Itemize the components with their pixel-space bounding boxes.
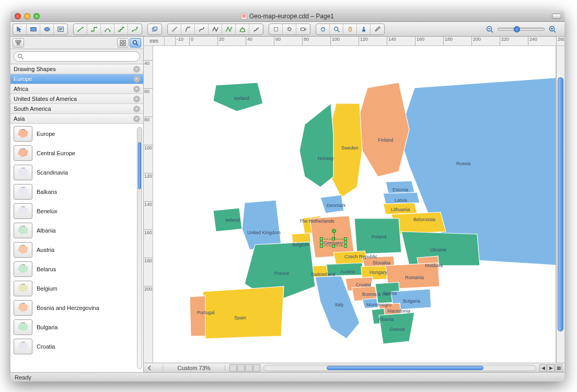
pointer-tool[interactable] (13, 24, 27, 34)
category-drawing-shapes[interactable]: Drawing Shapes× (10, 64, 143, 74)
category-close-icon[interactable]: × (133, 96, 140, 102)
category-europe[interactable]: Europe× (10, 74, 143, 84)
clone-tool[interactable] (148, 24, 161, 34)
sidebar-scroll-thumb[interactable] (138, 142, 141, 189)
shape-search-box[interactable] (14, 51, 140, 62)
vertical-scrollbar[interactable] (556, 46, 564, 363)
page-tab-1[interactable] (229, 364, 237, 372)
shape-bosnia-and-herzegovina[interactable]: Bosnia and Herzegovina (10, 298, 136, 317)
category-south-america[interactable]: South America× (10, 104, 143, 114)
selection-handle[interactable] (332, 245, 335, 248)
connector-line-tool[interactable] (74, 24, 87, 34)
canvas[interactable]: IcelandNorwaySwedenFinlandRussiaEstoniaL… (153, 46, 556, 363)
text-tool[interactable] (54, 24, 67, 34)
collapse-icon[interactable] (146, 364, 153, 372)
horizontal-scrollbar[interactable] (263, 365, 536, 371)
country-montenegro[interactable] (362, 298, 378, 308)
country-poland[interactable] (354, 218, 401, 254)
page-tab-2[interactable] (237, 364, 245, 372)
hscroll-thumb[interactable] (327, 366, 483, 370)
rotation-handle[interactable] (332, 229, 336, 233)
country-ukraine[interactable] (401, 232, 480, 266)
connector-free-tool[interactable] (128, 24, 142, 34)
country-estonia[interactable] (386, 181, 414, 193)
connector-multi-tool[interactable] (114, 24, 128, 34)
shape-austria[interactable]: Austria (10, 240, 136, 259)
ruler-horizontal[interactable]: -10020406080100120140160180200220240260 (165, 37, 564, 45)
arc-tool[interactable] (181, 24, 195, 34)
eyedropper-tool[interactable] (371, 24, 384, 34)
country-denmark[interactable] (320, 195, 344, 213)
line-tool[interactable] (168, 24, 181, 34)
connector-smart-tool[interactable] (87, 24, 101, 34)
zoom-in-icon[interactable] (548, 25, 557, 34)
rotate-tool[interactable] (283, 24, 296, 34)
shape-europe[interactable]: Europe (10, 124, 136, 143)
shape-balkans[interactable]: Balkans (10, 182, 136, 201)
selection-handle[interactable] (320, 245, 323, 248)
shape-croatia[interactable]: Croatia (10, 337, 136, 356)
connector-arc-tool[interactable] (101, 24, 114, 34)
zoom-tool[interactable] (330, 24, 343, 34)
pan-crop-tool[interactable] (296, 24, 310, 34)
country-austria[interactable] (326, 263, 363, 276)
titlebar[interactable]: Geo-map-europe.cdd – Page1 (10, 10, 564, 22)
selection-handle[interactable] (344, 241, 347, 244)
zoom-out-icon[interactable] (485, 25, 494, 34)
sidebar-tab-grid[interactable] (117, 38, 129, 48)
country-united-kingdom[interactable] (242, 200, 281, 250)
refresh-tool[interactable] (316, 24, 330, 34)
selection-handle[interactable] (344, 237, 347, 240)
polyline-tool[interactable] (209, 24, 222, 34)
sidebar-tab-tree[interactable] (13, 38, 24, 48)
category-africa[interactable]: Africa× (10, 84, 143, 94)
country-iceland[interactable] (213, 83, 263, 111)
shape-bulgaria[interactable]: Bulgaria (10, 317, 136, 337)
ellipse-tool[interactable] (40, 24, 54, 34)
zoom-track[interactable] (498, 28, 545, 31)
page-tab-3[interactable] (245, 364, 252, 372)
country-finland[interactable] (360, 83, 409, 177)
page-layout-button[interactable]: ▦ (555, 364, 562, 372)
ruler-vertical[interactable]: 406080100120140160180200 (144, 46, 153, 363)
shape-scandinavia[interactable]: Scandinavia (10, 163, 136, 182)
sidebar-scrollbar[interactable] (137, 127, 142, 369)
patient-tool[interactable] (357, 24, 371, 34)
category-close-icon[interactable]: × (133, 66, 140, 73)
rect-tool[interactable] (27, 24, 40, 34)
europe-map[interactable] (153, 46, 556, 363)
page-next-button[interactable]: ▶ (547, 364, 555, 372)
category-asia[interactable]: Asia× (10, 114, 143, 124)
zoom-display[interactable]: Custom 73% (163, 365, 225, 371)
country-greece[interactable] (379, 313, 414, 344)
page-tab-4[interactable] (253, 364, 260, 372)
curve-tool[interactable] (195, 24, 209, 34)
category-close-icon[interactable]: × (133, 116, 140, 122)
country-latvia[interactable] (383, 192, 420, 204)
hand-tool[interactable] (343, 24, 357, 34)
zoom-thumb[interactable] (514, 26, 520, 32)
shape-central-europe[interactable]: Central Europe (10, 143, 136, 163)
country-lithuania[interactable] (383, 203, 417, 214)
closed-curve-tool[interactable] (236, 24, 249, 34)
country-portugal[interactable] (190, 296, 205, 336)
shape-search-input[interactable] (24, 53, 136, 60)
shape-albania[interactable]: Albania (10, 221, 136, 240)
sidebar-tab-search[interactable] (130, 38, 141, 48)
country-spain[interactable] (203, 286, 284, 339)
free-line-tool[interactable] (249, 24, 263, 34)
polygon-tool[interactable] (222, 24, 236, 34)
country-germany[interactable] (310, 216, 354, 258)
category-close-icon[interactable]: × (133, 106, 140, 112)
selection-handle[interactable] (332, 237, 335, 240)
country-ireland[interactable] (213, 208, 242, 232)
shape-belgium[interactable]: Belgium (10, 279, 136, 298)
crop-tool[interactable] (269, 24, 283, 34)
country-norway[interactable] (299, 103, 333, 187)
selection-handle[interactable] (320, 237, 323, 240)
category-close-icon[interactable]: × (133, 86, 140, 93)
page-prev-button[interactable]: ◀ (539, 364, 547, 372)
shape-belarus[interactable]: Belarus (10, 259, 136, 279)
shape-benelux[interactable]: Benelux (10, 201, 136, 221)
category-close-icon[interactable]: × (133, 76, 140, 83)
